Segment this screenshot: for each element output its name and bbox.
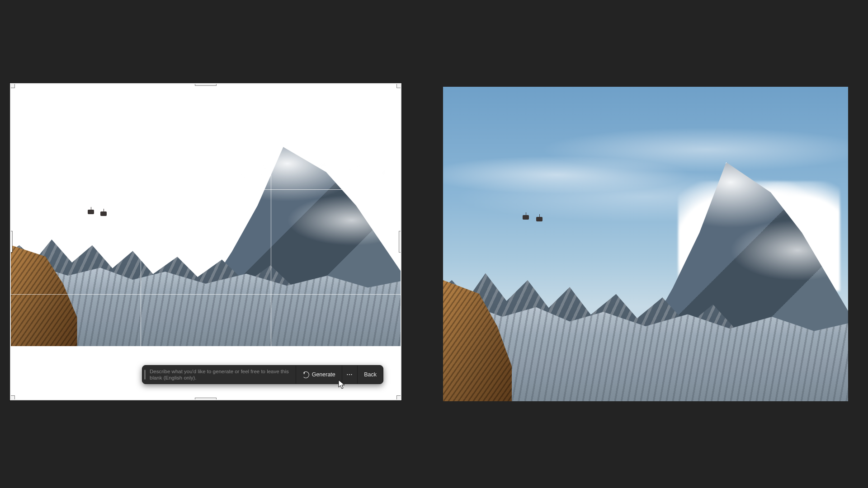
canvas-right (443, 87, 848, 401)
crop-handle-right[interactable] (399, 231, 401, 252)
crop-handle-top[interactable] (195, 83, 216, 85)
prompt-input[interactable] (147, 366, 296, 384)
back-button[interactable]: Back (358, 366, 383, 384)
image-left (11, 84, 401, 346)
crop-handle-bottom[interactable] (195, 398, 216, 400)
generate-icon (302, 371, 309, 378)
crop-handle-top-left[interactable] (10, 83, 14, 88)
crop-handle-bottom-right[interactable] (397, 396, 401, 400)
crop-handle-left[interactable] (10, 231, 12, 252)
generative-fill-toolbar: Generate ··· Back (142, 365, 383, 384)
generate-button[interactable]: Generate (296, 366, 342, 384)
more-options-button[interactable]: ··· (342, 366, 357, 384)
generate-label: Generate (312, 371, 335, 378)
crop-handle-top-right[interactable] (397, 83, 401, 88)
toolbar-grip[interactable] (142, 366, 147, 384)
back-label: Back (364, 371, 377, 378)
crop-handle-bottom-left[interactable] (10, 396, 14, 400)
more-icon: ··· (347, 371, 353, 378)
canvas-left[interactable] (10, 83, 401, 400)
